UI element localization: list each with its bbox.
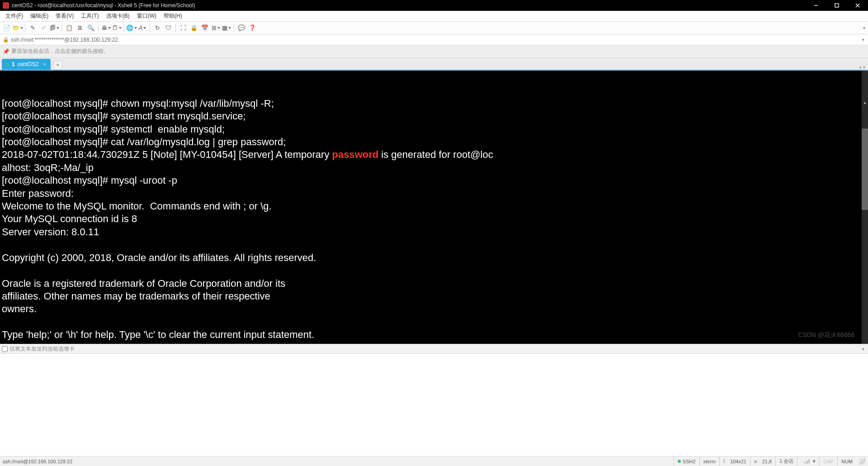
app-icon	[3, 2, 9, 9]
tab-label: centOS2	[18, 61, 39, 67]
fullscreen-icon[interactable]: ⛶	[178, 23, 188, 33]
status-connection: ssh://root@192.168.100.129:22	[3, 459, 72, 464]
window-controls	[806, 0, 868, 11]
copy2-icon[interactable]: 🗎	[75, 23, 85, 33]
send-bar: 仅将文本发送到当前选项卡 ▾	[0, 344, 868, 354]
scroll-up-icon[interactable]: ▲	[862, 96, 868, 103]
status-num: NUM	[837, 456, 856, 466]
menu-file[interactable]: 文件(F)	[2, 11, 27, 21]
menu-bar: 文件(F) 编辑(E) 查看(V) 工具(T) 选项卡(B) 窗口(W) 帮助(…	[0, 11, 868, 22]
terminal-line: [root@localhost mysql]# mysql -uroot -p	[2, 174, 866, 187]
tile-icon[interactable]: ▦	[222, 23, 231, 33]
terminal-line	[2, 316, 866, 328]
toolbar-overflow-icon[interactable]: ▾	[863, 25, 865, 30]
find-icon[interactable]: 🔍	[86, 23, 96, 33]
toolbar-sep	[150, 24, 150, 32]
maximize-button[interactable]	[826, 0, 847, 11]
terminal-line: Server version: 8.0.11	[2, 226, 866, 238]
add-tab-button[interactable]: +	[53, 61, 62, 70]
terminal-line: Copyright (c) 2000, 2018, Oracle and/or …	[2, 252, 866, 264]
toolbar-sep	[61, 24, 62, 32]
resize-grip-icon[interactable]	[859, 458, 865, 465]
terminal-line: owners.	[2, 303, 866, 315]
print-icon[interactable]: 🖶	[101, 23, 111, 33]
scroll-thumb[interactable]	[862, 128, 868, 210]
status-sessions: 1 会话	[775, 456, 797, 466]
status-size: ⟟ 104x21	[719, 456, 750, 466]
status-dot-icon	[6, 63, 9, 66]
status-term: xterm	[699, 456, 720, 466]
terminal-line: [root@localhost mysql]# cat /var/log/mys…	[2, 136, 866, 148]
tab-centos2[interactable]: 1 centOS2 ×	[2, 59, 51, 70]
send-checkbox[interactable]	[2, 346, 8, 352]
close-button[interactable]	[847, 0, 868, 11]
tab-index: 1	[12, 61, 15, 67]
help-icon[interactable]: 💬	[236, 23, 246, 33]
menu-view[interactable]: 查看(V)	[52, 11, 77, 21]
paste-icon[interactable]: 📋	[64, 23, 74, 33]
open-folder-icon[interactable]: 📁	[13, 23, 23, 33]
title-bar: centOS2 - root@localhost:/usr/local/mysq…	[0, 0, 868, 11]
svg-rect-1	[835, 4, 839, 7]
menu-tabs[interactable]: 选项卡(B)	[103, 11, 133, 21]
copy-icon[interactable]: 🗐	[49, 23, 59, 33]
scrollbar[interactable]: ▲	[862, 71, 868, 344]
terminal[interactable]: [root@localhost mysql]# chown mysql:mysq…	[0, 71, 868, 344]
pin-icon[interactable]: 📌	[3, 48, 9, 55]
terminal-line: [root@localhost mysql]# systemctl start …	[2, 110, 866, 123]
status-cursor: ≡ 21,8	[750, 456, 775, 466]
about-icon[interactable]: ❓	[247, 23, 257, 33]
pencil-icon[interactable]: ✐	[38, 23, 48, 33]
watermark: CSDN @花火66666	[798, 328, 854, 341]
addwin-icon[interactable]: ⊞	[211, 23, 221, 33]
tab-prev-icon[interactable]: ◂	[859, 65, 861, 70]
menu-edit[interactable]: 编辑(E)	[27, 11, 52, 21]
terminal-line: Type 'help;' or '\h' for help. Type '\c'…	[2, 328, 866, 341]
terminal-line: Your MySQL connection id is 8	[2, 213, 866, 225]
toolbar-sep	[234, 24, 234, 32]
globe-icon[interactable]: 🌐	[127, 23, 137, 33]
terminal-line	[2, 238, 866, 251]
send-label: 仅将文本发送到当前选项卡	[9, 345, 75, 353]
menu-window[interactable]: 窗口(W)	[133, 11, 160, 21]
edit-icon[interactable]: ✎	[28, 23, 38, 33]
toolbar-sep	[98, 24, 99, 32]
log-icon[interactable]: 🗒	[112, 23, 122, 33]
toolbar: 📄 📁 ✎ ✐ 🗐 📋 🗎 🔍 🖶 🗒 🌐 A ↻ 🛡 ⛶ 🔒 📅 ⊞ ▦ 💬 …	[0, 22, 868, 34]
font-icon[interactable]: A	[137, 23, 147, 33]
lock-icon: 🔒	[3, 37, 9, 43]
dropdown-icon[interactable]: ▾	[862, 37, 864, 42]
lock-icon[interactable]: 🔒	[189, 23, 199, 33]
shield-icon[interactable]: 🛡	[163, 23, 173, 33]
status-ssh: SSH2	[674, 456, 699, 466]
close-icon[interactable]: ×	[43, 62, 46, 67]
toolbar-sep	[175, 24, 176, 32]
terminal-line: [root@localhost mysql]# chown mysql:mysq…	[2, 97, 866, 110]
new-session-icon[interactable]: 📄	[2, 23, 12, 33]
dropdown-icon[interactable]: ▾	[862, 347, 864, 352]
menu-tools[interactable]: 工具(T)	[77, 11, 102, 21]
terminal-line: [root@localhost mysql]# systemctl enable…	[2, 123, 866, 136]
terminal-line: Enter password:	[2, 187, 866, 200]
menu-help[interactable]: 帮助(H)	[160, 11, 186, 21]
address-url: ssh://root:**************@192.168.100.12…	[11, 37, 118, 43]
address-bar[interactable]: 🔒 ssh://root:**************@192.168.100.…	[0, 34, 868, 45]
terminal-line: Oracle is a registered trademark of Orac…	[2, 277, 866, 290]
status-bar: ssh://root@192.168.100.129:22 SSH2 xterm…	[0, 456, 868, 466]
terminal-line: 2018-07-02T01:18:44.730291Z 5 [Note] [MY…	[2, 148, 866, 161]
minimize-button[interactable]	[806, 0, 826, 11]
refresh-icon[interactable]: ↻	[152, 23, 162, 33]
date-icon[interactable]: 📅	[200, 23, 210, 33]
led-icon	[678, 460, 681, 463]
status-caps: CAP	[819, 456, 837, 466]
window-title: centOS2 - root@localhost:/usr/local/mysq…	[12, 2, 195, 9]
hint-bar: 📌 要添加当前会话，点击左侧的箭头按钮。	[0, 45, 868, 58]
status-signal: ▾	[797, 456, 819, 466]
tab-next-icon[interactable]: ▾	[863, 65, 865, 70]
toolbar-sep	[25, 24, 25, 32]
hint-text: 要添加当前会话，点击左侧的箭头按钮。	[11, 48, 109, 55]
toolbar-sep	[124, 24, 124, 32]
tab-strip: 1 centOS2 × + ◂ ▾	[0, 58, 868, 71]
terminal-line	[2, 264, 866, 277]
terminal-line: alhost: 3oqR;-Ma/_ip	[2, 162, 866, 174]
